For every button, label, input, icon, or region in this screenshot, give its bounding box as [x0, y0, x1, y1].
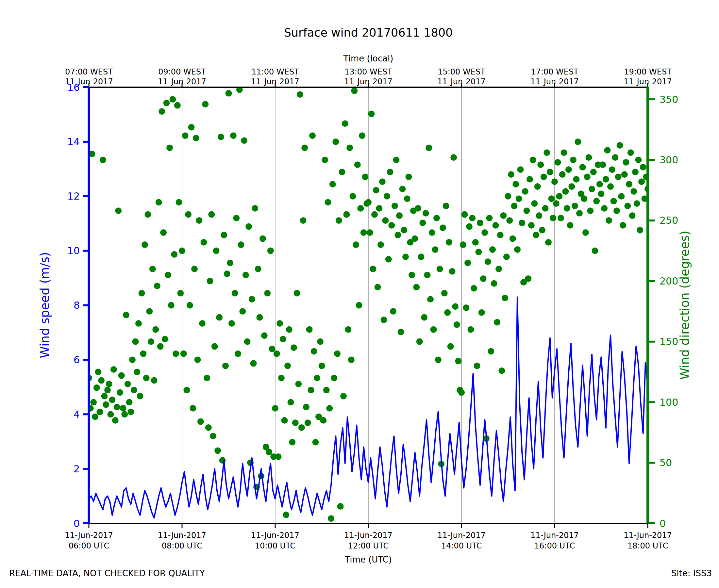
right-tick-label: 150 — [659, 336, 678, 347]
wind-direction-point — [204, 375, 210, 381]
wind-direction-point — [338, 169, 345, 175]
wind-direction-point — [446, 239, 452, 246]
right-tick-label: 0 — [659, 518, 666, 529]
wind-direction-point — [336, 217, 342, 224]
tick-labels: 07:00 WEST11-Jun-201709:00 WEST11-Jun-20… — [65, 67, 678, 550]
wind-direction-point — [162, 336, 168, 342]
wind-direction-point — [426, 144, 432, 151]
wind-direction-point — [415, 205, 421, 212]
wind-direction-point — [191, 266, 198, 272]
wind-direction-point — [129, 356, 136, 363]
wind-direction-point — [114, 404, 120, 410]
wind-direction-point — [185, 211, 191, 217]
wind-direction-point — [474, 363, 480, 369]
wind-direction-point — [527, 176, 533, 183]
wind-direction-point — [551, 178, 558, 185]
wind-direction-point — [306, 326, 313, 333]
wind-direction-point — [266, 448, 272, 455]
wind-direction-point — [418, 253, 425, 260]
wind-direction-point — [439, 225, 446, 231]
wind-direction-point — [308, 387, 314, 393]
wind-direction-point — [213, 248, 220, 254]
wind-direction-point — [323, 387, 330, 393]
wind-direction-point — [586, 154, 592, 161]
wind-direction-point — [455, 358, 462, 364]
wind-direction-point — [433, 215, 440, 222]
left-tick-label: 8 — [74, 299, 80, 311]
wind-direction-point — [547, 169, 553, 175]
wind-direction-point — [637, 227, 643, 234]
wind-direction-point — [118, 372, 125, 379]
wind-direction-point — [163, 100, 170, 106]
bottom-tick-time-label: 10:00 UTC — [255, 541, 295, 550]
wind-direction-point — [244, 338, 251, 345]
wind-direction-point — [465, 260, 471, 266]
wind-direction-point — [494, 319, 500, 326]
wind-direction-point — [537, 161, 544, 168]
wind-direction-point — [299, 424, 305, 431]
wind-direction-point — [409, 272, 415, 278]
wind-direction-point — [232, 290, 238, 296]
wind-direction-point — [165, 272, 171, 278]
wind-direction-point — [329, 181, 336, 188]
wind-direction-point — [506, 217, 513, 224]
wind-direction-point — [572, 203, 578, 209]
bottom-tick-time-label: 06:00 UTC — [69, 541, 109, 550]
wind-direction-point — [303, 404, 309, 410]
wind-direction-point — [631, 188, 637, 195]
wind-direction-point — [605, 217, 612, 224]
bottom-tick-date-label: 11-Jun-2017 — [158, 531, 206, 540]
wind-direction-point — [530, 157, 536, 163]
wind-direction-point — [503, 253, 510, 260]
wind-direction-point — [638, 178, 645, 185]
wind-direction-point — [320, 417, 327, 424]
wind-direction-point — [319, 363, 325, 369]
wind-direction-point — [199, 320, 206, 327]
wind-direction-point — [419, 219, 426, 226]
left-tick-label: 2 — [74, 463, 80, 475]
wind-direction-point — [100, 157, 106, 163]
wind-direction-point — [629, 212, 636, 219]
wind-direction-point — [533, 232, 539, 238]
wind-direction-point — [189, 405, 196, 412]
wind-direction-point — [123, 312, 129, 318]
wind-direction-point — [221, 232, 227, 238]
wind-direction-point — [283, 511, 289, 518]
wind-direction-point — [500, 212, 507, 219]
wind-direction-point — [326, 405, 333, 412]
wind-direction-point — [632, 169, 639, 175]
top-tick-date-label: 11-Jun-2017 — [158, 77, 206, 86]
wind-direction-point — [198, 418, 204, 425]
wind-direction-point — [443, 203, 449, 209]
wind-direction-point — [508, 171, 514, 178]
wind-direction-point — [471, 285, 477, 292]
wind-direction-point — [276, 320, 283, 327]
wind-direction-point — [353, 241, 359, 248]
wind-direction-point — [201, 239, 207, 246]
wind-direction-point — [110, 366, 117, 373]
wind-direction-point — [152, 326, 159, 333]
wind-direction-point — [449, 268, 456, 275]
wind-direction-point — [435, 356, 441, 363]
wind-direction-point — [365, 199, 372, 206]
site-label: Site: ISS3 — [671, 568, 712, 578]
wind-direction-point — [429, 229, 435, 236]
wind-direction-point — [166, 144, 173, 151]
wind-direction-point — [371, 211, 378, 217]
wind-direction-point — [398, 329, 404, 335]
wind-direction-point — [179, 248, 185, 254]
wind-direction-point — [444, 309, 451, 316]
wind-direction-point — [376, 205, 383, 212]
chart-title: Surface wind 20170611 1800 — [284, 26, 453, 39]
wind-direction-point — [499, 368, 505, 374]
wind-direction-point — [392, 203, 398, 209]
wind-direction-point — [463, 304, 469, 311]
wind-direction-point — [312, 439, 319, 446]
wind-direction-point — [432, 246, 438, 253]
wind-direction-point — [450, 154, 457, 161]
wind-direction-point — [394, 232, 401, 238]
wind-direction-point — [214, 447, 221, 454]
wind-direction-point — [558, 215, 564, 222]
wind-direction-point — [106, 381, 112, 387]
wind-direction-point — [143, 375, 150, 381]
